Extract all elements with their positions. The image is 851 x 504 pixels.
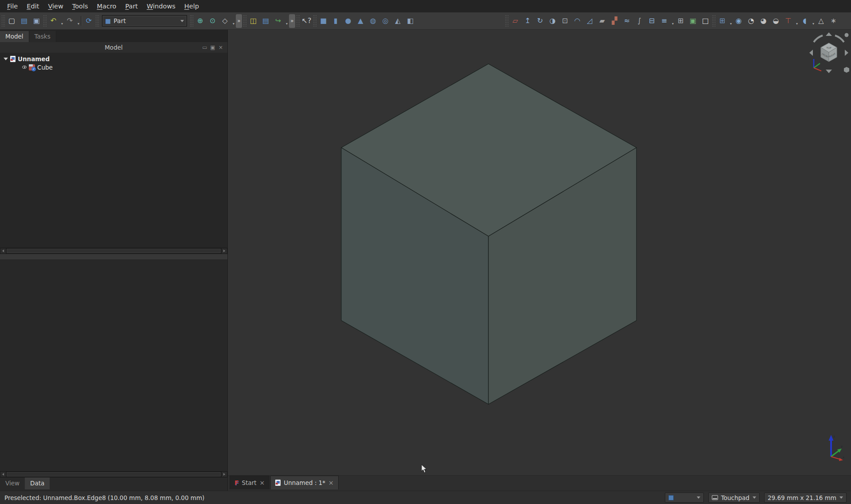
- toolbar-handle: [297, 15, 300, 27]
- new-document-button[interactable]: ▢: [6, 15, 17, 27]
- panel-splitter[interactable]: [0, 254, 227, 259]
- nav-label-top: TOP: [826, 47, 831, 49]
- tab-data[interactable]: Data: [25, 477, 50, 489]
- mirror-button[interactable]: ◑: [547, 15, 558, 27]
- redo-button[interactable]: ↷: [64, 15, 75, 27]
- close-icon[interactable]: ×: [217, 44, 225, 51]
- tab-unnamed-1[interactable]: Unnamed : 1* ×: [270, 476, 339, 489]
- scroll-left-icon[interactable]: [0, 248, 6, 254]
- scroll-left-icon[interactable]: [0, 472, 6, 477]
- zoom-selection-button[interactable]: ⊙: [207, 15, 218, 27]
- tree-horizontal-scrollbar[interactable]: [0, 248, 227, 254]
- 3d-viewport[interactable]: TOP FRONT RIGHT z y x: [228, 30, 851, 475]
- tab-start[interactable]: F Start ×: [230, 476, 269, 489]
- cube-object[interactable]: [228, 30, 851, 475]
- save-document-button[interactable]: ▣: [31, 15, 42, 27]
- section-button[interactable]: ⊟: [646, 15, 657, 27]
- dock-icon[interactable]: ▭: [201, 44, 209, 51]
- connect-button[interactable]: ⊤: [783, 15, 794, 27]
- menu-edit[interactable]: Edit: [22, 0, 43, 12]
- tab-model[interactable]: Model: [0, 31, 29, 42]
- make-link-button[interactable]: ↪: [273, 15, 284, 27]
- tab-view[interactable]: View: [0, 477, 25, 489]
- toolbar-overflow-button[interactable]: »: [236, 14, 242, 28]
- expand-caret-icon[interactable]: [4, 58, 8, 60]
- refresh-button[interactable]: ⟳: [83, 15, 94, 27]
- fillet-button[interactable]: ◠: [572, 15, 583, 27]
- rotate-left-icon[interactable]: [814, 35, 823, 42]
- union-button[interactable]: ◕: [758, 15, 769, 27]
- create-sketch-button[interactable]: ▱: [510, 15, 521, 27]
- tube-button[interactable]: ◎: [380, 15, 391, 27]
- cylinder-button[interactable]: ▮: [330, 15, 341, 27]
- create-group-button[interactable]: ▤: [260, 15, 271, 27]
- tree-item-cube[interactable]: Cube: [0, 63, 227, 71]
- chevron-down-icon: [697, 496, 700, 499]
- nav-arrow-up-icon[interactable]: [826, 32, 832, 36]
- cut-button[interactable]: ◔: [746, 15, 757, 27]
- whats-this-button[interactable]: ↖?: [301, 15, 312, 27]
- tree-item-document[interactable]: Unnamed: [0, 55, 227, 63]
- boolean-button[interactable]: ◉: [733, 15, 744, 27]
- property-horizontal-scrollbar[interactable]: [0, 471, 227, 477]
- offset-2d-button[interactable]: ▣: [687, 15, 699, 27]
- undo-button[interactable]: ↶: [48, 15, 59, 27]
- nav-menu-cube-icon[interactable]: [844, 67, 849, 73]
- menu-help[interactable]: Help: [180, 0, 203, 12]
- sphere-button[interactable]: ●: [343, 15, 354, 27]
- visibility-eye-icon[interactable]: [22, 66, 27, 69]
- scroll-right-icon[interactable]: [222, 248, 227, 254]
- check-geometry-button[interactable]: △: [816, 15, 827, 27]
- revolve-button[interactable]: ↻: [535, 15, 546, 27]
- torus-button[interactable]: ◍: [367, 15, 379, 27]
- menu-macro[interactable]: Macro: [93, 0, 121, 12]
- sweep-button[interactable]: ∫: [634, 15, 645, 27]
- create-primitives-button[interactable]: ◭: [392, 15, 403, 27]
- menu-file[interactable]: File: [3, 0, 22, 12]
- scrollbar-thumb[interactable]: [7, 249, 221, 253]
- loft-button[interactable]: ≈: [621, 15, 632, 27]
- unit-icon: [668, 495, 674, 500]
- scale-button[interactable]: ⊡: [559, 15, 570, 27]
- chamfer-button[interactable]: ◿: [584, 15, 595, 27]
- toolbar-overflow-button[interactable]: »: [289, 14, 295, 28]
- scroll-right-icon[interactable]: [222, 472, 227, 477]
- menu-tools[interactable]: Tools: [68, 0, 93, 12]
- close-icon[interactable]: ×: [260, 480, 265, 486]
- extrude-button[interactable]: ↥: [522, 15, 533, 27]
- menu-view[interactable]: View: [43, 0, 67, 12]
- nav-arrow-right-icon[interactable]: [845, 50, 848, 56]
- close-icon[interactable]: ×: [328, 480, 334, 486]
- nav-sphere-icon[interactable]: [845, 33, 849, 37]
- zoom-fit-all-button[interactable]: ⊕: [195, 15, 206, 27]
- nav-arrow-down-icon[interactable]: [826, 70, 832, 73]
- rotate-right-icon[interactable]: [835, 35, 844, 42]
- tab-tasks[interactable]: Tasks: [29, 31, 56, 42]
- split-button[interactable]: ◖: [799, 15, 810, 27]
- ruled-surface-button[interactable]: ▞: [609, 15, 620, 27]
- intersection-button[interactable]: ◒: [770, 15, 781, 27]
- cross-sections-button[interactable]: ≡: [659, 15, 670, 27]
- float-icon[interactable]: ▣: [209, 44, 217, 51]
- draw-style-button[interactable]: ◇: [219, 15, 230, 27]
- combo-view-panel: ModelTasks Model ▭▣× Unnamed Cube: [0, 30, 228, 491]
- unit-system-combo[interactable]: [665, 492, 704, 503]
- navigation-cube[interactable]: TOP FRONT RIGHT: [808, 31, 850, 74]
- thickness-button[interactable]: □: [700, 15, 711, 27]
- shape-builder-button[interactable]: ◧: [405, 15, 416, 27]
- menu-part[interactable]: Part: [121, 0, 142, 12]
- defeaturing-button[interactable]: ∗: [828, 15, 839, 27]
- make-face-button[interactable]: ▰: [597, 15, 608, 27]
- navigation-style-combo[interactable]: Touchpad: [708, 492, 760, 503]
- workbench-selector[interactable]: ■ Part: [102, 15, 187, 27]
- dimension-combo[interactable]: 29.69 mm x 21.16 mm: [764, 492, 847, 503]
- compound-tools-button[interactable]: ⊞: [717, 15, 728, 27]
- open-document-button[interactable]: ▤: [19, 15, 30, 27]
- box-button[interactable]: ■: [318, 15, 329, 27]
- offset-3d-button[interactable]: ⊞: [675, 15, 686, 27]
- nav-arrow-left-icon[interactable]: [809, 50, 813, 56]
- scrollbar-thumb[interactable]: [7, 472, 221, 477]
- menu-windows[interactable]: Windows: [142, 0, 180, 12]
- cone-button[interactable]: ▲: [355, 15, 366, 27]
- create-part-button[interactable]: ◫: [248, 15, 259, 27]
